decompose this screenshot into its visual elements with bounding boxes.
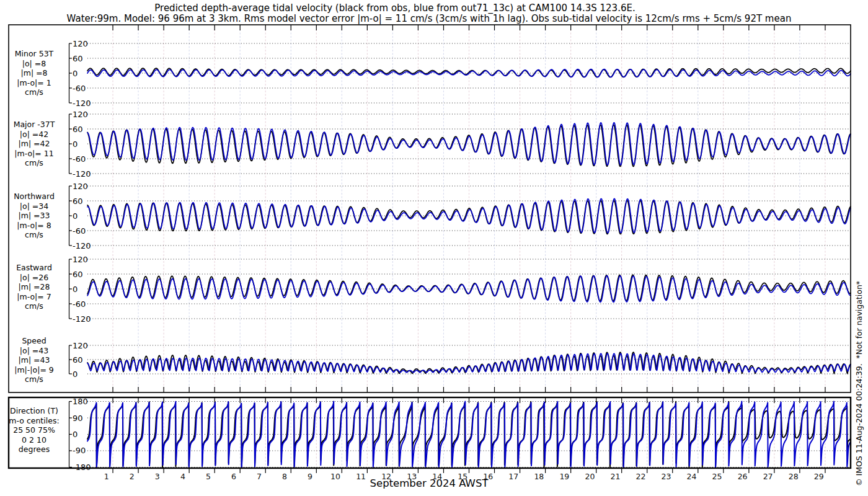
svg-text:0: 0 xyxy=(73,430,78,439)
svg-text:-120: -120 xyxy=(73,314,91,324)
axis-eastward: 120600-60-120 xyxy=(69,255,850,324)
unit-label: cm/s xyxy=(1,87,67,97)
svg-text:-120: -120 xyxy=(73,169,91,179)
unit-label: cm/s xyxy=(1,158,67,168)
svg-text:60: 60 xyxy=(73,125,83,134)
axis-speed: 120600 xyxy=(69,341,850,379)
obs-stat: |o| =42 xyxy=(1,130,67,140)
imos-watermark: © IMOS 11-Aug-2024 00:24:39. *Not for na… xyxy=(854,281,864,486)
model-stat: |m| =28 xyxy=(1,282,67,292)
svg-text:60: 60 xyxy=(73,355,83,365)
svg-text:0: 0 xyxy=(73,370,78,379)
error-stat: |m|-|o|= 9 xyxy=(1,365,67,375)
panel-title: Speed xyxy=(1,336,67,346)
x-axis-title: September 2024 AWST xyxy=(0,477,858,489)
svg-text:180: 180 xyxy=(73,397,88,406)
panel-label-minor: Minor 53T |o| =8 |m| =8 |m-o|= 1 cm/s xyxy=(1,49,67,97)
obs-stat: |o| =26 xyxy=(1,273,67,283)
svg-text:120: 120 xyxy=(73,182,88,191)
panel-title: Minor 53T xyxy=(1,49,67,59)
panel-label-major: Major -37T |o| =42 |m| =42 |m-o|= 11 cm/… xyxy=(1,120,67,168)
tidal-velocity-plot-page: Predicted depth-average tidal velocity (… xyxy=(0,0,868,496)
direction-frame xyxy=(9,397,851,468)
svg-text:-120: -120 xyxy=(73,241,91,250)
model-stat: |m| =33 xyxy=(1,211,67,221)
error-stat: |m-o|= 7 xyxy=(1,292,67,302)
svg-text:-120: -120 xyxy=(73,99,91,108)
error-stat: |m-o|= 1 xyxy=(1,78,67,88)
error-stat: |m-o|= 11 xyxy=(1,149,67,159)
svg-text:120: 120 xyxy=(73,255,88,264)
svg-text:0: 0 xyxy=(73,285,78,294)
svg-text:-60: -60 xyxy=(73,299,86,309)
plot-canvas: 120600-60-120120600-60-120120600-60-1201… xyxy=(0,0,868,496)
svg-text:120: 120 xyxy=(73,39,88,48)
error-stat: |m-o|= 8 xyxy=(1,221,67,231)
panel-label-speed: Speed |o| =43 |m| =43 |m|-|o|= 9 cm/s xyxy=(1,336,67,384)
unit-label: cm/s xyxy=(1,374,67,384)
obs-stat: |o| =34 xyxy=(1,202,67,211)
panel-label-northward: Northward |o| =34 |m| =33 |m-o|= 8 cm/s xyxy=(1,192,67,240)
panel-title: Eastward xyxy=(1,263,67,273)
model-series-speed xyxy=(87,353,851,373)
svg-text:-60: -60 xyxy=(73,84,86,93)
svg-text:-180: -180 xyxy=(73,463,91,472)
svg-text:0: 0 xyxy=(73,211,78,221)
svg-text:-90: -90 xyxy=(73,446,86,455)
model-stat: |m| =8 xyxy=(1,68,67,78)
plot-frames xyxy=(9,25,851,468)
model-stat: |m| =42 xyxy=(1,139,67,149)
panel-label-direction: Direction (T) m-o centiles: 25 50 75% 0 … xyxy=(1,406,67,454)
obs-stat: |o| =8 xyxy=(1,59,67,69)
svg-text:90: 90 xyxy=(73,414,83,423)
centiles-pct: 25 50 75% xyxy=(1,425,67,435)
svg-text:-60: -60 xyxy=(73,154,86,164)
svg-text:0: 0 xyxy=(73,140,78,149)
centiles-caption: m-o centiles: xyxy=(1,416,67,426)
velocity-frame xyxy=(9,25,851,392)
unit-label: cm/s xyxy=(1,301,67,311)
unit-label: degrees xyxy=(1,445,67,454)
svg-text:60: 60 xyxy=(73,197,83,206)
svg-text:60: 60 xyxy=(73,54,83,63)
svg-text:0: 0 xyxy=(73,69,78,78)
obs-stat: |o| =43 xyxy=(1,346,67,356)
model-stat: |m| =43 xyxy=(1,355,67,365)
panel-title: Direction (T) xyxy=(1,406,67,416)
panel-axes: 120600-60-120120600-60-120120600-60-1201… xyxy=(69,39,850,472)
svg-text:120: 120 xyxy=(73,110,88,119)
centiles-values: 0 2 10 xyxy=(1,435,67,445)
panel-title: Major -37T xyxy=(1,120,67,130)
svg-text:120: 120 xyxy=(73,341,88,350)
panel-label-eastward: Eastward |o| =26 |m| =28 |m-o|= 7 cm/s xyxy=(1,263,67,311)
svg-text:60: 60 xyxy=(73,270,83,279)
unit-label: cm/s xyxy=(1,230,67,240)
svg-text:-60: -60 xyxy=(73,226,86,236)
panel-title: Northward xyxy=(1,192,67,202)
